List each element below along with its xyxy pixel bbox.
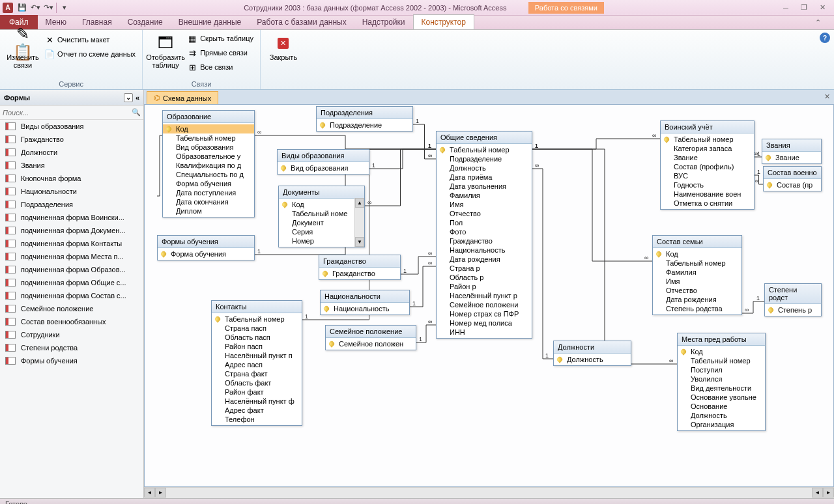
tab-external[interactable]: Внешние данные [171,15,250,29]
nav-item[interactable]: подчиненная форма Контакты [0,237,143,250]
scroll-right-icon[interactable]: ► [155,488,166,497]
table-field[interactable]: Звание [661,153,754,162]
table-field[interactable]: Степень родства [653,304,741,313]
table-field[interactable]: Дата рождения [653,295,741,304]
table-field[interactable]: Код [678,347,765,356]
close-button[interactable]: ✕ [813,2,831,14]
horizontal-scrollbar[interactable]: ◄ ► ◄ ► [144,487,834,498]
doc-close-icon[interactable]: ✕ [822,92,831,101]
qat-customize-icon[interactable]: ▾ [58,1,71,14]
table-field[interactable]: Категория запаса [661,144,754,153]
nav-item[interactable]: Национальности [0,185,143,198]
table-field[interactable]: Подразделение [437,154,532,163]
table-field[interactable]: Национальность [321,304,409,313]
table-field[interactable]: Район факт [212,387,302,397]
table-field[interactable]: Район пасп [212,342,302,351]
table-field[interactable]: Серия [279,227,364,236]
table-education[interactable]: ОбразованиеКодТабельный номерВид образов… [162,110,255,217]
ribbon-collapse-icon[interactable]: ⌃ [802,16,834,29]
table-field[interactable]: Область факт [212,378,302,387]
table-study_forms[interactable]: Формы обученияФорма обучения [157,235,255,260]
table-field[interactable]: Национальность [437,245,532,255]
scroll-left-icon[interactable]: ◄ [144,488,155,497]
nav-item[interactable]: Формы обучения [0,354,143,367]
table-field[interactable]: Форма обучения [163,179,254,188]
table-field[interactable]: Образовательное у [163,152,254,161]
table-nationality[interactable]: НациональностиНациональность [320,290,410,315]
nav-item[interactable]: подчиненная форма Места п... [0,250,143,263]
nav-item[interactable]: подчиненная форма Состав с... [0,289,143,302]
table-field[interactable]: Табельный номе [279,209,364,218]
nav-item[interactable]: Звания [0,159,143,172]
table-field[interactable]: Состав (профиль) [661,162,754,171]
table-field[interactable]: Квалификация по д [163,161,254,170]
table-field[interactable]: Дата поступления [163,188,254,197]
relationships-canvas[interactable]: ∞11∞1∞111∞1∞111∞∞11∞1∞1∞1∞∞11∞ Образован… [144,104,834,487]
nav-item[interactable]: Сотрудники [0,328,143,341]
table-field[interactable]: Вид образования [163,143,254,152]
direct-relationships-button[interactable]: ⇉Прямые связи [184,46,256,60]
table-field[interactable]: Годность [661,180,754,189]
table-field[interactable]: Номер страх св ПФР [437,309,532,318]
table-field[interactable]: Звание [762,153,821,162]
tab-menu[interactable]: Меню [38,15,74,29]
table-field[interactable]: Населённый пункт ф [212,397,302,406]
minimize-button[interactable]: ─ [777,2,795,14]
table-field[interactable]: Основание [678,402,765,411]
hide-table-button[interactable]: ▦Скрыть таблицу [184,31,256,46]
table-kinship[interactable]: Степени родстСтепень р [764,283,822,316]
table-marital[interactable]: Семейное положениеСемейное положен [325,325,416,350]
table-mil_status[interactable]: Состав военноСостав (пр [763,166,822,191]
table-field[interactable]: Пол [437,218,532,227]
table-field[interactable]: Код [279,200,364,209]
table-field[interactable]: ИНН [437,328,532,337]
table-field[interactable]: Код [653,249,741,259]
tab-addins[interactable]: Надстройки [354,15,413,29]
table-field[interactable]: Вид образования [278,163,369,173]
table-field[interactable]: Код [163,124,254,133]
close-relationships-button[interactable]: ✕ Закрыть [265,31,302,79]
tab-home[interactable]: Главная [74,15,120,29]
table-field[interactable]: Должность [554,355,631,364]
table-citizenship[interactable]: ГражданствоГражданство [319,255,401,280]
redo-icon[interactable]: ↷▾ [42,1,55,14]
table-general[interactable]: Общие сведенияТабельный номерПодразделен… [436,131,532,339]
save-icon[interactable]: 💾 [16,1,29,14]
table-field[interactable]: Область р [437,273,532,282]
table-field[interactable]: Телефон [212,415,302,424]
table-field[interactable]: Табельный номер [661,135,754,144]
nav-item[interactable]: подчиненная форма Воински... [0,211,143,224]
table-field[interactable]: Адрес пасп [212,360,302,369]
nav-item[interactable]: Должности [0,146,143,159]
all-relationships-button[interactable]: ⊞Все связи [184,60,256,74]
table-field[interactable]: Дата приёма [437,173,532,182]
table-scrollbar[interactable]: ▲▼ [354,198,364,247]
table-field[interactable]: Степень р [765,305,821,315]
table-field[interactable]: Дата рождения [437,255,532,264]
table-docs[interactable]: ДокументыКодТабельный номеДокументСерияН… [278,186,365,247]
scroll-left2-icon[interactable]: ◄ [812,488,823,497]
nav-item[interactable]: Гражданство [0,133,143,146]
table-edu_types[interactable]: Виды образованияВид образования [277,149,369,175]
table-field[interactable]: Гражданство [437,236,532,245]
table-field[interactable]: Фото [437,227,532,236]
table-field[interactable]: Документ [279,218,364,227]
nav-item[interactable]: Состав военнообязанных [0,315,143,328]
table-field[interactable]: Табельный номер [678,356,765,365]
table-field[interactable]: Должность [678,411,765,420]
undo-icon[interactable]: ↶▾ [29,1,42,14]
nav-item[interactable]: Семейное положение [0,302,143,315]
table-field[interactable]: Вид деятельности [678,384,765,393]
nav-item[interactable]: подчиненная форма Докумен... [0,224,143,237]
search-icon[interactable]: 🔍 [132,108,141,117]
table-field[interactable]: Номер [279,236,364,245]
table-field[interactable]: Уволился [678,374,765,384]
table-field[interactable]: Населённый пункт р [437,291,532,300]
table-field[interactable]: Фамилия [437,191,532,200]
nav-dropdown-icon[interactable]: ⌄ [124,93,133,102]
table-dept[interactable]: ПодразделенияПодразделение [316,106,413,132]
nav-item[interactable]: Виды образования [0,120,143,133]
table-field[interactable]: Отчество [653,286,741,295]
table-field[interactable]: Основание увольне [678,393,765,402]
show-table-button[interactable]: 🗔 Отобразить таблицу [147,31,184,79]
